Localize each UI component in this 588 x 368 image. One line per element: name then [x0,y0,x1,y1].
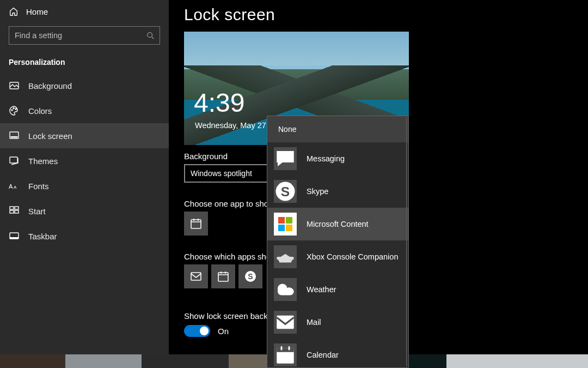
popup-item-label: Calendar [307,351,339,359]
popup-item-label: Mail [307,318,321,327]
themes-icon [9,155,20,166]
sidebar-item-background[interactable]: Background [0,73,169,98]
messaging-icon [274,147,297,170]
svg-rect-10 [10,207,14,209]
sidebar-item-colors[interactable]: Colors [0,98,169,123]
skype-icon: S [274,180,297,203]
quick-tile-calendar[interactable] [211,264,235,288]
search-box[interactable] [9,26,160,45]
svg-rect-16 [191,220,201,228]
svg-text:S: S [248,272,253,281]
mail-icon [189,270,203,283]
popup-item-label: Messaging [307,154,345,163]
svg-rect-17 [191,273,201,280]
popup-option-skype[interactable]: S Skype [267,175,408,208]
svg-rect-15 [10,237,19,239]
popup-scrollbar[interactable] [406,117,408,366]
svg-rect-12 [10,210,14,213]
svg-rect-6 [11,136,18,138]
skype-icon: S [244,270,257,283]
popup-option-messaging[interactable]: Messaging [267,142,408,175]
app-picker-popup: None Messaging S Skype Microsoft Content… [267,116,409,368]
svg-rect-11 [15,207,19,209]
search-input[interactable] [15,31,145,40]
calendar-icon [274,343,297,366]
preview-time: 4:39 [194,88,244,118]
svg-rect-13 [15,210,19,213]
sidebar-item-taskbar[interactable]: Taskbar [0,224,169,249]
sidebar-item-label: Lock screen [28,131,72,141]
palette-icon [9,105,20,116]
svg-rect-23 [277,257,294,260]
fonts-icon: AA [9,180,20,191]
weather-icon [274,278,297,301]
background-dropdown[interactable]: Windows spotlight [184,164,277,183]
preview-date: Wednesday, May 27 [195,121,266,130]
popup-item-label: Xbox Console Companion [307,252,398,261]
start-icon [9,206,20,216]
sidebar-item-lock-screen[interactable]: Lock screen [0,123,169,148]
sidebar-item-fonts[interactable]: AA Fonts [0,173,169,198]
xbox-icon [274,245,297,268]
sidebar-item-label: Themes [28,156,58,166]
toggle-knob [200,327,209,335]
sidebar-item-themes[interactable]: Themes [0,148,169,173]
detailed-status-tile-calendar[interactable] [184,212,208,236]
home-icon [9,7,19,16]
sidebar-item-label: Background [28,81,72,91]
settings-sidebar: Home Personalization Background Colors L… [0,0,169,354]
svg-rect-25 [277,316,294,329]
quick-tile-mail[interactable] [184,264,208,288]
sidebar-item-label: Taskbar [28,232,57,241]
svg-point-2 [11,110,13,111]
mail-icon [274,311,297,334]
home-label: Home [26,7,48,16]
taskbar-icon [9,231,20,242]
calendar-icon [217,270,230,283]
svg-text:S: S [281,184,290,199]
popup-option-mail[interactable]: Mail [267,306,408,339]
sidebar-home[interactable]: Home [0,0,169,24]
sidebar-item-label: Fonts [28,182,49,191]
popup-option-microsoft-content[interactable]: Microsoft Content [267,208,408,240]
popup-option-weather[interactable]: Weather [267,273,408,306]
microsoft-icon [274,213,297,236]
lock-screen-icon [9,130,20,141]
popup-item-label: Weather [307,285,336,294]
popup-item-label: Microsoft Content [307,220,369,228]
svg-rect-27 [277,348,294,352]
svg-point-3 [13,108,14,109]
svg-rect-7 [10,157,17,163]
calendar-icon [189,217,203,230]
sidebar-item-label: Start [28,207,46,216]
image-icon [9,80,20,91]
sidebar-section-title: Personalization [9,58,160,67]
sidebar-nav: Background Colors Lock screen Themes AA … [0,73,169,249]
svg-point-0 [148,33,152,38]
popup-option-calendar[interactable]: Calendar [267,339,408,368]
popup-none-label: None [278,125,296,134]
svg-rect-18 [218,273,228,281]
background-dropdown-value: Windows spotlight [191,169,252,178]
svg-text:A: A [9,183,13,190]
svg-text:A: A [14,185,17,190]
popup-option-none[interactable]: None [267,116,408,142]
page-title: Lock screen [184,5,573,24]
sidebar-item-label: Colors [28,106,52,116]
svg-point-4 [15,108,16,110]
popup-item-label: Skype [307,187,328,196]
sidebar-item-start[interactable]: Start [0,198,169,224]
toggle-state-label: On [218,327,229,336]
search-icon [146,32,154,39]
popup-option-xbox[interactable]: Xbox Console Companion [267,240,408,273]
quick-tile-skype[interactable]: S [238,264,262,288]
background-toggle[interactable] [184,325,210,337]
